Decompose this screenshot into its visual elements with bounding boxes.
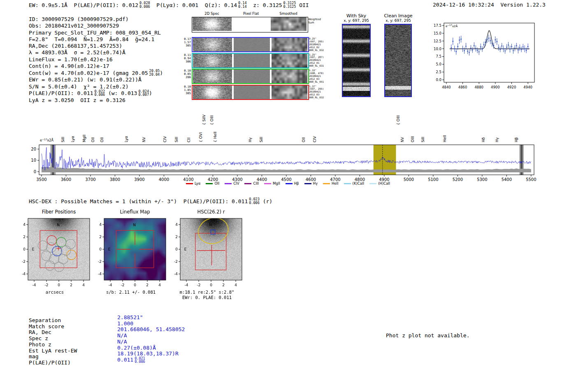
x-tick-label: 4940 [523, 85, 532, 89]
text-segment: LyA z = 3.0250 OII z = 0.3126 [29, 97, 125, 104]
left-label-line: 0.11 [182, 53, 191, 57]
data-point [460, 39, 462, 40]
x-tick-label: 5200 [453, 177, 463, 182]
subscript: 0.14 [238, 5, 246, 9]
text-segment: P(Lyα): 0.001 Q(z): 0.14 [150, 2, 237, 8]
text-segment: ID: 3000907529 (3000907529.pdf) [29, 16, 129, 23]
data-point [496, 41, 497, 42]
annotation-line: 008_RL_031 [309, 65, 324, 67]
cutout-xlabel2-hsc: EWr: 0. PLAE: 0.011 [170, 295, 244, 300]
twod-spec-image [193, 86, 232, 99]
table-row: P(LAE)/P(OII)0.0110.0210.006 [29, 360, 185, 367]
x-tick-label: 4900 [491, 85, 500, 89]
table-row: Spec zN/A [29, 336, 185, 342]
table-row-value: 0.27(±0.08)Å [117, 345, 156, 351]
with-sky-panel: With Sky x, y: 697, 295 [341, 13, 374, 23]
legend-swatch [186, 183, 193, 184]
data-point [521, 49, 522, 50]
weighted-smoothed-image [271, 17, 307, 31]
header-summary: EW: 0.9±5.1Å P(LAE)/P(OII): 0.0120.0280.… [29, 2, 309, 9]
x-tick-label: 3700 [85, 177, 95, 182]
flux-units-label: e−17x2Å [40, 138, 53, 143]
with-sky-coords: x, y: 697, 295 [341, 19, 372, 23]
x-tick-label: 5400 [502, 177, 512, 182]
table-row-label: RA, Dec [29, 329, 117, 336]
table-value-text: N/A [117, 339, 127, 345]
compass-east-label: E [184, 247, 187, 251]
compass-north-label: N [133, 223, 136, 227]
cutout-fiber: Fiber PositionsNE-4-4-2-2002244arcsecs [16, 208, 94, 303]
fiber-circle [56, 237, 66, 247]
cutout-xlabel-flux: s/b: 2.11 +/- 0.081 [94, 290, 168, 295]
data-point [480, 46, 481, 48]
cutout-overlay-flux: NE-4-4-2-2002244 [92, 216, 170, 289]
x-tick-label: -4 [33, 283, 36, 287]
x-tick-label: 3900 [134, 177, 144, 182]
annotation-line: 008_RL_032 [309, 49, 324, 52]
clean-image-coords: x, y: 697, 295 [383, 19, 414, 23]
pixel-flat-image [234, 54, 270, 67]
emission-line-label: CII [187, 137, 191, 142]
match-table: Separation2.88521"Match score1.000RA, De… [29, 318, 185, 367]
emission-line-label: SiII [174, 137, 179, 142]
table-value-text: 2.88521" [117, 315, 143, 321]
legend-label: Lyα [195, 181, 201, 186]
y-tick-label: 5.0 [436, 62, 441, 66]
info-line: LineFlux = 1.70(±0.42)e-16 [29, 56, 163, 63]
left-label-line: 306 [182, 60, 191, 63]
table-row: Photo zN/A [29, 342, 185, 348]
legend-swatch [323, 183, 330, 184]
y-tick-label: 4 [175, 223, 178, 227]
compass-north-label: N [57, 223, 60, 227]
table-row: RA, Dec201.668046, 51.458052 [29, 329, 185, 336]
emission-line-label: OII [91, 137, 95, 142]
cutout-overlay-hsc: NE-4-4-2-2002244 [168, 216, 246, 289]
legend-label: OII [214, 181, 219, 186]
y-tick-label: -4 [98, 272, 102, 276]
legend-item: CIV [225, 181, 239, 186]
twod-row-left-labels: 0.100.85286 [182, 69, 191, 79]
zoom-plot-frame [444, 23, 534, 82]
text-segment: z: 0.3125 [247, 2, 282, 8]
superscript-subscript-value: 20.0520.04 [149, 69, 160, 76]
data-point [490, 40, 491, 42]
emission-line-label: MgII [82, 135, 86, 142]
report-version: Version 1.22.3 [500, 2, 546, 8]
table-row-label: Spec z [29, 336, 117, 342]
left-label-line: 305 [182, 44, 191, 47]
table-value-text: 18.19(18.03,18.37)R [117, 351, 179, 357]
cutout-title-hsc: HSC(26.2) r [180, 209, 242, 215]
twod-spec-image [193, 54, 232, 67]
legend-swatch [206, 183, 213, 184]
clean-image-panel: Clean Image x, y: 697, 295 [383, 13, 416, 23]
text-segment: OII [296, 2, 309, 8]
subscript: 20.04 [149, 73, 160, 77]
superscript-subscript-value: 0.0280.006 [139, 1, 150, 8]
data-point [524, 48, 525, 49]
legend-item: Hβ [286, 181, 299, 186]
clean-image-frame [384, 24, 412, 97]
y-tick-label: 2.5 [436, 70, 441, 74]
data-point [469, 52, 470, 53]
x-tick-label: 4880 [474, 85, 483, 89]
x-tick-label: 0 [58, 283, 60, 287]
info-line: Obs: 20180421v012_3000907529 [29, 23, 163, 29]
table-value-text: N/A [117, 333, 127, 339]
twod-row-annotations: 0.25"(697, 295)20180421v012_02008_RL_032 [309, 37, 324, 52]
data-point [523, 46, 524, 48]
emission-line-label: Hδ [481, 137, 485, 142]
table-row: mag18.19(18.03,18.37)R [29, 354, 185, 360]
y-tick-label: -4 [174, 272, 178, 276]
legend-item: MgII [264, 181, 280, 186]
table-value-text: 1.000 [117, 321, 133, 327]
data-point [519, 47, 520, 48]
twod-row-left-labels: 0.110.94306 [182, 53, 191, 64]
compass-east-label: E [32, 247, 35, 251]
left-label-line: 1.57 [182, 41, 191, 44]
data-point [499, 49, 501, 50]
emission-line-label: { OIII [396, 115, 400, 125]
text-segment: Cont(n) = 4.90(±0.12)e-17 [29, 63, 109, 70]
fiber-circle [54, 262, 64, 271]
x-tick-label: 3600 [61, 177, 71, 182]
data-point [465, 46, 467, 47]
